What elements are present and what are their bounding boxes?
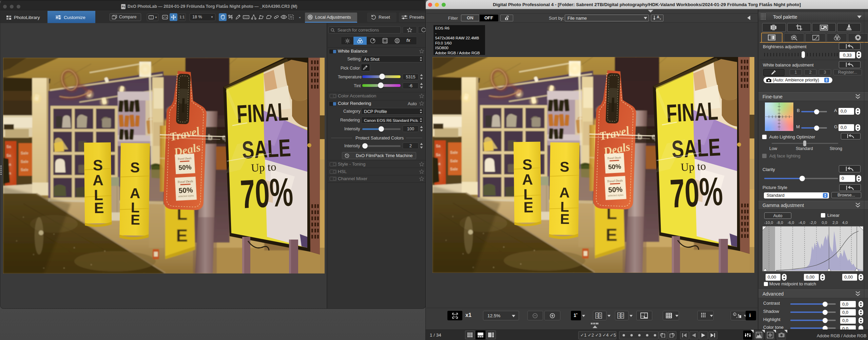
- svg-text:1: 1: [618, 314, 620, 318]
- svg-text:1: 1: [600, 314, 602, 318]
- svg-text:2: 2: [622, 314, 624, 318]
- svg-text:1: 1: [596, 314, 598, 318]
- svg-text:!: !: [734, 313, 735, 316]
